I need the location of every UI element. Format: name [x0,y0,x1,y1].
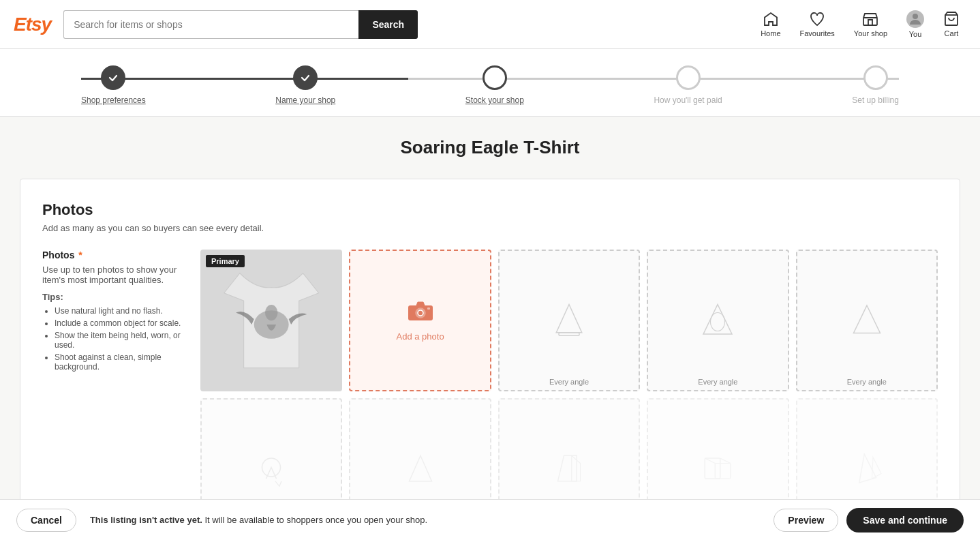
photos-card: Photos Add as many as you can so buyers … [20,179,960,540]
cart-label: Cart [945,29,959,38]
inactive-notice-text: It will be available to shoppers once yo… [204,515,427,525]
step-circle-3 [483,65,507,90]
progress-section: Shop preferences Name your shop Stock yo… [0,49,980,117]
inactive-notice-bold: This listing isn't active yet. [90,515,202,525]
etsy-logo[interactable]: Etsy [14,14,51,35]
search-button[interactable]: Search [358,10,418,39]
step-name-your-shop[interactable]: Name your shop [275,65,335,105]
svg-point-12 [711,312,725,331]
favourites-label: Favourites [800,29,835,38]
you-label: You [909,30,922,38]
photos-field-name: Photos * [42,250,192,260]
search-input[interactable] [63,10,358,39]
step-label-3[interactable]: Stock your shop [465,95,524,105]
angle-icon-6 [251,448,292,491]
nav-your-shop[interactable]: Your shop [847,7,894,42]
avatar [906,10,924,28]
step-shop-preferences[interactable]: Shop preferences [81,65,146,105]
angle-icon-9 [697,448,738,491]
right-actions: Preview Save and continue [774,508,964,532]
nav-cart[interactable]: Cart [936,7,966,42]
step-circle-1 [101,65,125,90]
header-nav: Home Favourites Your shop [754,6,966,42]
nav-favourites[interactable]: Favourites [793,7,842,42]
step-circle-4 [676,65,701,90]
your-shop-label: Your shop [854,29,887,38]
svg-point-1 [913,14,918,19]
svg-rect-18 [705,458,721,479]
photos-section-desc: Add as many as you can so buyers can see… [42,223,938,233]
svg-marker-23 [872,457,881,479]
camera-icon [407,300,434,327]
page-title: Soaring Eagle T-Shirt [20,137,960,158]
progress-steps: Shop preferences Name your shop Stock yo… [81,65,899,105]
svg-marker-15 [409,455,431,481]
photo-slot-4[interactable]: Every angle [647,250,788,391]
step-stock-your-shop[interactable]: Stock your shop [465,65,524,105]
tip-3: Show the item being held, worn, or used. [55,331,192,350]
angle-icon-5 [846,299,887,342]
photos-section-title: Photos [42,201,938,219]
bottom-bar: Cancel This listing isn't active yet. It… [0,499,980,540]
tips-title: Tips: [42,292,192,302]
add-photo-label: Add a photo [397,331,444,342]
angle-icon-8 [549,448,589,491]
slot-caption-5: Every angle [797,378,936,386]
svg-rect-19 [716,464,731,479]
angle-icon-10 [846,448,887,491]
main-content: Soaring Eagle T-Shirt Photos Add as many… [6,117,974,540]
step-label-5: Set up billing [852,95,899,105]
svg-marker-9 [556,304,582,332]
svg-line-20 [705,458,716,464]
header: Etsy Search Home Favourites Your shop [0,0,980,49]
slot-caption-4: Every angle [648,378,787,386]
step-how-you-get-paid: How you'll get paid [654,65,722,105]
step-label-2[interactable]: Name your shop [275,95,335,105]
check-icon-2 [300,72,311,83]
primary-badge: Primary [206,255,245,267]
tip-2: Include a common object for scale. [55,318,192,328]
heart-icon [809,11,825,27]
svg-marker-17 [572,455,581,481]
cart-icon [943,11,960,27]
svg-line-21 [720,458,731,464]
photo-slot-primary[interactable]: Primary [200,250,342,391]
angle-icon-4 [697,299,738,342]
cancel-button[interactable]: Cancel [16,509,76,532]
svg-rect-10 [559,332,579,335]
svg-rect-8 [427,308,430,310]
photos-row: Photos * Use up to ten photos to show yo… [42,250,938,540]
tshirt-image [200,250,342,391]
step-set-up-billing: Set up billing [852,65,899,105]
step-circle-5 [863,65,888,90]
tip-1: Use natural light and no flash. [55,306,192,316]
photo-slot-3[interactable]: Every angle [498,250,640,391]
preview-button[interactable]: Preview [774,509,838,532]
home-label: Home [761,29,780,38]
photo-slot-add[interactable]: Add a photo [349,250,491,391]
inactive-notice: This listing isn't active yet. It will b… [90,515,427,525]
save-continue-button[interactable]: Save and continue [846,508,964,532]
svg-point-7 [418,310,423,316]
search-form: Search [63,10,418,39]
angle-icon-3 [549,299,589,342]
tip-4: Shoot against a clean, simple background… [55,352,192,372]
nav-home[interactable]: Home [754,7,787,42]
svg-marker-11 [703,304,732,334]
photos-grid: Primary [200,250,938,540]
svg-point-4 [265,305,278,320]
photos-grid-col: Primary [200,250,938,540]
step-circle-2 [293,65,318,90]
shop-icon [862,11,878,27]
svg-marker-16 [557,455,577,481]
svg-rect-0 [863,18,877,25]
photo-slot-5[interactable]: Every angle [796,250,938,391]
check-icon-1 [108,72,119,83]
svg-marker-13 [853,305,880,333]
angle-icon-7 [400,448,441,491]
photos-label-col: Photos * Use up to ten photos to show yo… [42,250,192,540]
home-icon [763,11,779,27]
tips-list: Use natural light and no flash. Include … [42,306,192,372]
nav-you[interactable]: You [900,6,931,42]
step-label-1[interactable]: Shop preferences [81,95,146,105]
